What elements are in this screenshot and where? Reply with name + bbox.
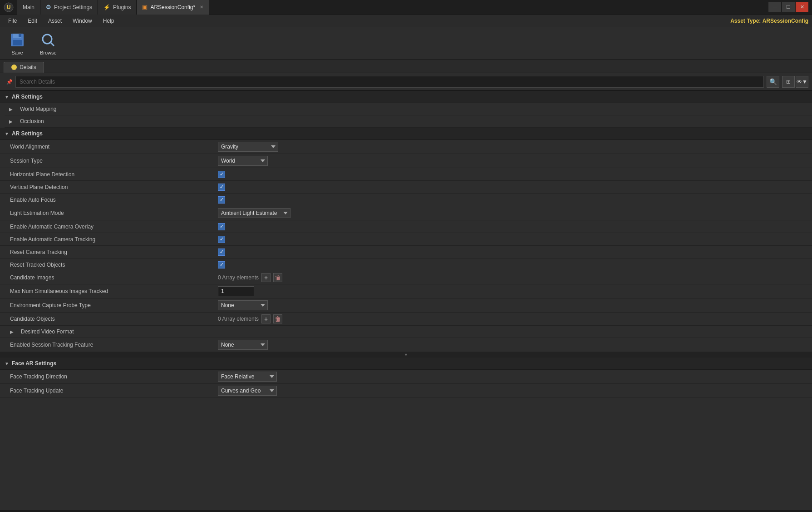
candidate-images-delete[interactable]: 🗑 (273, 273, 282, 282)
pin-icon: 📌 (6, 79, 13, 85)
session-tracking-label: Enabled Session Tracking Feature (5, 342, 218, 348)
ar-settings-2-title: AR Settings (12, 130, 43, 137)
camera-overlay-value (218, 223, 807, 230)
title-bar: U Main ⚙ Project Settings ⚡ Plugins ▣ AR… (0, 0, 812, 15)
horizontal-plane-checkbox[interactable] (218, 171, 225, 178)
session-type-select[interactable]: World Face None (218, 156, 268, 166)
reset-camera-label: Reset Camera Tracking (5, 249, 218, 255)
enable-auto-focus-row: Enable Auto Focus (0, 194, 812, 206)
tab-plugins-label: Plugins (113, 4, 131, 10)
face-tracking-update-label: Face Tracking Update (5, 388, 218, 394)
max-num-images-label: Max Num Simultaneous Images Tracked (5, 288, 218, 294)
face-tracking-update-row: Face Tracking Update Curves and Geo Curv… (0, 384, 812, 398)
grid-view-button[interactable]: ⊞ (782, 76, 795, 88)
tab-plugins[interactable]: ⚡ Plugins (98, 0, 137, 15)
content-area[interactable]: ▼ AR Settings ▶ World Mapping ▶ Occlusio… (0, 91, 812, 510)
candidate-images-add[interactable]: + (261, 273, 271, 282)
camera-overlay-label: Enable Automatic Camera Overlay (5, 224, 218, 230)
tab-project-settings[interactable]: ⚙ Project Settings (40, 0, 98, 15)
window-close[interactable]: ✕ (796, 2, 808, 12)
reset-tracked-checkbox[interactable] (218, 261, 225, 268)
scroll-indicator (0, 352, 812, 358)
reset-camera-checkbox[interactable] (218, 249, 225, 256)
menu-window[interactable]: Window (68, 16, 97, 26)
enable-auto-focus-checkbox[interactable] (218, 196, 225, 204)
world-mapping-row[interactable]: ▶ World Mapping (5, 103, 812, 115)
reset-tracked-value (218, 261, 807, 268)
candidate-objects-delete[interactable]: 🗑 (273, 314, 282, 323)
world-alignment-select[interactable]: Gravity GravityAndHeading Camera (218, 142, 278, 152)
details-tab-label: Details (20, 64, 36, 70)
menu-asset[interactable]: Asset (44, 16, 66, 26)
candidate-images-value: 0 Array elements + 🗑 (218, 273, 807, 282)
save-label: Save (11, 50, 23, 55)
ar-settings-1-title: AR Settings (12, 94, 43, 100)
menu-edit[interactable]: Edit (23, 16, 42, 26)
save-icon (9, 32, 25, 48)
session-tracking-select[interactable]: None Basic (218, 340, 268, 350)
face-tracking-update-select[interactable]: Curves and Geo Curves Only None (218, 386, 277, 396)
section2-collapse-icon: ▼ (5, 131, 9, 136)
candidate-images-row: Candidate Images 0 Array elements + 🗑 (0, 271, 812, 284)
ar-settings-1-body: ▶ World Mapping ▶ Occlusion (0, 103, 812, 128)
camera-tracking-checkbox[interactable] (218, 236, 225, 243)
menu-file[interactable]: File (4, 16, 21, 26)
candidate-objects-add[interactable]: + (261, 314, 271, 323)
face-tracking-dir-row: Face Tracking Direction Face Relative Wo… (0, 370, 812, 384)
camera-overlay-row: Enable Automatic Camera Overlay (0, 220, 812, 233)
app-logo: U (4, 2, 14, 12)
ar-settings-section-2-header[interactable]: ▼ AR Settings (0, 128, 812, 140)
world-mapping-label: World Mapping (15, 106, 56, 112)
candidate-images-count: 0 Array elements (218, 274, 259, 281)
face-tracking-dir-select[interactable]: Face Relative World Relative (218, 372, 277, 382)
details-tab[interactable]: Details (4, 62, 44, 73)
camera-tracking-label: Enable Automatic Camera Tracking (5, 236, 218, 243)
session-type-label: Session Type (5, 158, 218, 164)
save-button[interactable]: Save (5, 30, 29, 57)
session-type-row: Session Type World Face None (0, 154, 812, 168)
window-maximize[interactable]: ☐ (782, 2, 795, 12)
toolbar: Save Browse (0, 27, 812, 60)
view-options-button[interactable]: 👁▼ (796, 76, 808, 88)
tab-main[interactable]: Main (17, 0, 40, 15)
env-capture-select[interactable]: None Manual Auto (218, 300, 268, 310)
window-controls: — ☐ ✕ (768, 2, 808, 12)
max-num-images-input[interactable] (218, 286, 254, 296)
max-num-images-value (218, 286, 807, 296)
vertical-plane-row: Vertical Plane Detection (0, 181, 812, 194)
section1-collapse-icon: ▼ (5, 94, 9, 99)
tab-bar: Main ⚙ Project Settings ⚡ Plugins ▣ ARSe… (17, 0, 768, 15)
vertical-plane-checkbox[interactable] (218, 184, 225, 191)
desired-video-label: Desired Video Format (15, 328, 74, 335)
face-ar-settings-header[interactable]: ▼ Face AR Settings (0, 358, 812, 370)
enable-auto-focus-label: Enable Auto Focus (5, 197, 218, 203)
asset-type-display: Asset Type: ARSessionConfig (730, 18, 808, 24)
desired-video-row[interactable]: ▶ Desired Video Format (0, 326, 812, 338)
occlusion-label: Occlusion (15, 118, 44, 124)
search-bar: 📌 🔍 ⊞ 👁▼ (0, 73, 812, 91)
candidate-objects-count: 0 Array elements (218, 316, 259, 322)
browse-button[interactable]: Browse (36, 30, 60, 57)
candidate-images-label: Candidate Images (5, 274, 218, 281)
session-tracking-row: Enabled Session Tracking Feature None Ba… (0, 338, 812, 352)
window-minimize[interactable]: — (768, 2, 781, 12)
search-button[interactable]: 🔍 (767, 76, 779, 88)
horizontal-plane-row: Horizontal Plane Detection (0, 168, 812, 181)
face-tracking-dir-value: Face Relative World Relative (218, 372, 807, 382)
candidate-objects-row: Candidate Objects 0 Array elements + 🗑 (0, 313, 812, 326)
light-estimation-select[interactable]: Ambient Light Estimate None DirectionalL… (218, 208, 290, 218)
svg-line-7 (50, 42, 54, 46)
tab-main-label: Main (23, 4, 34, 10)
camera-overlay-checkbox[interactable] (218, 223, 225, 230)
face-ar-collapse-icon: ▼ (5, 361, 9, 366)
occlusion-row[interactable]: ▶ Occlusion (5, 115, 812, 128)
menu-help[interactable]: Help (98, 16, 119, 26)
world-alignment-label: World Alignment (5, 144, 218, 150)
search-input[interactable] (15, 76, 764, 88)
vertical-plane-label: Vertical Plane Detection (5, 184, 218, 190)
tab-arsession[interactable]: ▣ ARSessionConfig* ✕ (137, 0, 209, 15)
world-alignment-value: Gravity GravityAndHeading Camera (218, 142, 807, 152)
ar-settings-section-1-header[interactable]: ▼ AR Settings (0, 91, 812, 103)
tab-arsession-close[interactable]: ✕ (200, 5, 203, 10)
world-alignment-row: World Alignment Gravity GravityAndHeadin… (0, 140, 812, 154)
